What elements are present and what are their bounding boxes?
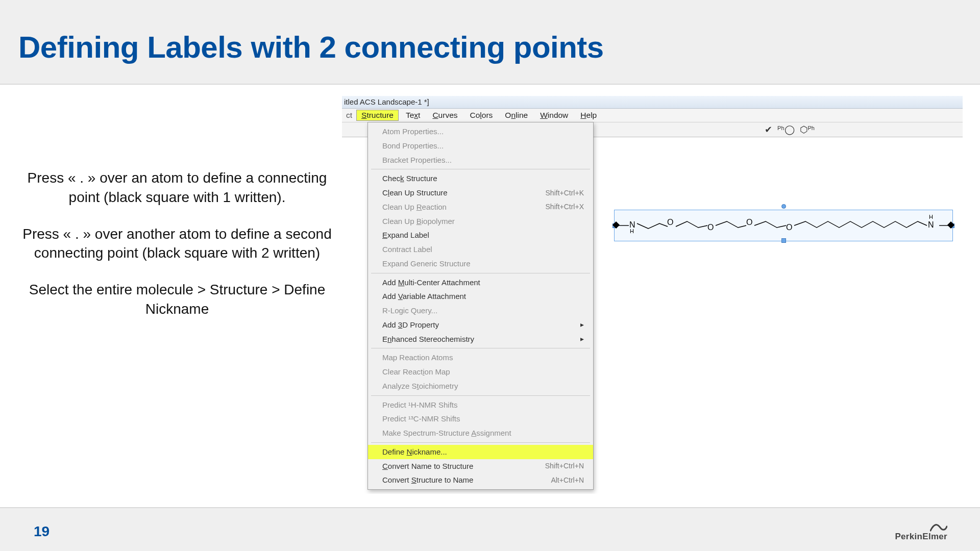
menu-expand-generic[interactable]: Expand Generic Structure	[368, 257, 593, 271]
instruction-para-1: Press « . » over an atom to define a con…	[16, 168, 338, 207]
menu-convert-name-to-structure[interactable]: Convert Name to StructureShift+Ctrl+N	[368, 459, 593, 473]
menu-add-variable[interactable]: Add Variable Attachment	[368, 289, 593, 304]
window-title-bar: itled ACS Landscape-1 *]	[342, 96, 963, 109]
atom-h-left: H	[630, 229, 634, 234]
menu-bracket-properties[interactable]: Bracket Properties...	[368, 153, 593, 167]
menu-window[interactable]: Window	[535, 110, 573, 121]
atom-o-4: O	[786, 223, 792, 232]
chemdraw-app-window: itled ACS Landscape-1 *] ct Structure Te…	[342, 96, 963, 494]
menu-map-reaction-atoms[interactable]: Map Reaction Atoms	[368, 350, 593, 365]
selection-handle[interactable]	[781, 204, 786, 209]
atom-o-2: O	[707, 223, 714, 232]
menu-structure[interactable]: Structure	[356, 110, 399, 121]
atom-n-right: N	[928, 221, 934, 229]
molecule-structure	[615, 210, 952, 241]
lasso-tool-icon[interactable]: ✔	[765, 124, 772, 135]
menu-contract-label[interactable]: Contract Label	[368, 242, 593, 257]
menu-enhanced-stereo[interactable]: Enhanced Stereochemistry▸	[368, 332, 593, 346]
perkinelmer-logo: PerkinElmer	[895, 521, 947, 542]
tool-icon-3[interactable]: ⬡Ph	[800, 124, 815, 135]
page-number: 19	[34, 523, 50, 540]
menu-predict-13c[interactable]: Predict ¹³C-NMR Shifts	[368, 412, 593, 426]
menu-online[interactable]: Online	[500, 110, 533, 121]
menu-expand-label[interactable]: Expand Label	[368, 228, 593, 242]
fill-tool-icon[interactable]: Ph◯	[777, 124, 794, 135]
atom-o-1: O	[667, 218, 673, 227]
menu-add-3d[interactable]: Add 3D Property▸	[368, 318, 593, 332]
menu-add-multi-center[interactable]: Add Multi-Center Attachment	[368, 276, 593, 290]
menu-clean-up-reaction[interactable]: Clean Up ReactionShift+Ctrl+X	[368, 200, 593, 214]
menu-text[interactable]: Text	[401, 110, 425, 121]
menu-predict-1h[interactable]: Predict ¹H-NMR Shifts	[368, 398, 593, 412]
menu-convert-structure-to-name[interactable]: Convert Structure to NameAlt+Ctrl+N	[368, 473, 593, 487]
menu-atom-properties[interactable]: Atom Properties...	[368, 124, 593, 139]
molecule-selection-box[interactable]: N H O O O O N H	[614, 210, 953, 241]
menu-colors[interactable]: Colors	[465, 110, 498, 121]
menu-check-structure[interactable]: Check Structure	[368, 171, 593, 186]
instruction-para-3: Select the entire molecule > Structure >…	[16, 280, 338, 319]
menu-clear-reaction-map[interactable]: Clear Reaction Map	[368, 365, 593, 379]
menu-bond-properties[interactable]: Bond Properties...	[368, 139, 593, 153]
menu-clean-up-biopolymer[interactable]: Clean Up Biopolymer	[368, 214, 593, 229]
window-title-text: itled ACS Landscape-1 *]	[344, 97, 429, 106]
menu-clean-up-structure[interactable]: Clean Up StructureShift+Ctrl+K	[368, 186, 593, 200]
atom-o-3: O	[746, 218, 752, 227]
structure-menu-dropdown: Atom Properties... Bond Properties... Br…	[368, 122, 594, 490]
slide-title: Defining Labels with 2 connecting points	[18, 30, 604, 65]
instruction-para-2: Press « . » over another atom to define …	[16, 224, 338, 263]
menu-help[interactable]: Help	[575, 110, 602, 121]
menu-define-nickname[interactable]: Define Nickname...	[368, 445, 593, 459]
menu-r-logic[interactable]: R-Logic Query...	[368, 304, 593, 318]
menu-curves[interactable]: Curves	[427, 110, 462, 121]
menu-analyze-stoichiometry[interactable]: Analyze Stoichiometry	[368, 379, 593, 393]
instruction-text: Press « . » over an atom to define a con…	[16, 168, 338, 336]
menu-bar: ct Structure Text Curves Colors Online W…	[342, 109, 963, 122]
menu-make-spectrum[interactable]: Make Spectrum-Structure Assignment	[368, 426, 593, 440]
menu-fragment-left: ct	[344, 111, 354, 120]
atom-h-right-top: H	[929, 214, 933, 220]
